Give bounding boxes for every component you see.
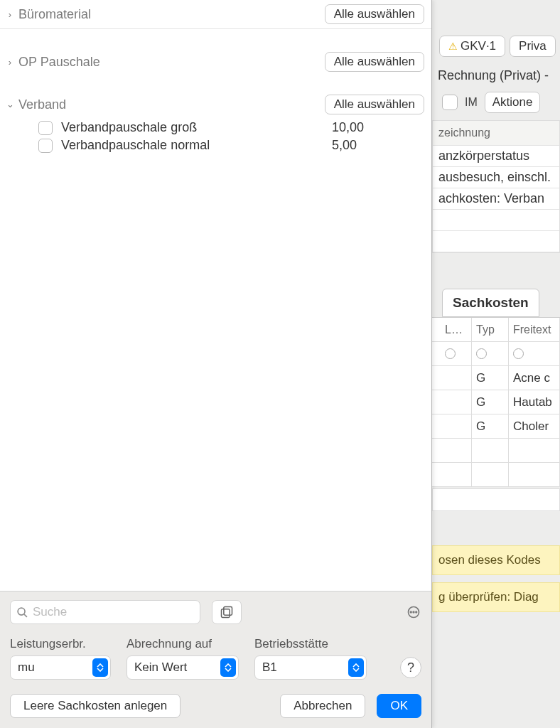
bg-input-line[interactable]	[432, 488, 560, 511]
category-label: OP Pauschale	[18, 55, 325, 70]
warning-icon: ⚠︎	[448, 41, 458, 52]
bg-title: Rechnung (Privat) -	[432, 64, 560, 90]
chevron-right-icon: ›	[4, 9, 16, 20]
svg-point-7	[416, 611, 417, 613]
list-item[interactable]: Verbandpauschale groß 10,00	[0, 119, 431, 136]
leere-sachkosten-button[interactable]: Leere Sachkosten anlegen	[10, 694, 181, 718]
aktionen-button[interactable]: Aktione	[485, 92, 541, 113]
bg-row-blank	[433, 231, 559, 252]
abbrechen-button[interactable]: Abbrechen	[280, 694, 365, 718]
filter-radio[interactable]	[513, 348, 524, 359]
abrechnung-label: Abrechnung auf	[126, 637, 239, 651]
col-freitext-header: Freitext	[509, 318, 560, 342]
betriebs-select[interactable]: B1	[254, 655, 367, 680]
select-arrows-icon	[220, 658, 236, 677]
search-icon	[16, 606, 28, 619]
col-typ-header: Typ	[472, 318, 509, 342]
ellipsis-icon	[406, 605, 421, 619]
select-arrows-icon	[348, 658, 364, 677]
svg-line-1	[24, 614, 27, 616]
select-arrows-icon	[92, 658, 108, 677]
filter-radio[interactable]	[476, 348, 487, 359]
select-all-button[interactable]: Alle auswählen	[325, 52, 424, 72]
chevron-down-icon: ⌄	[4, 99, 16, 109]
select-value: mu	[18, 660, 35, 675]
item-checkbox[interactable]	[38, 139, 53, 153]
item-label: Verbandpauschale normal	[61, 138, 332, 153]
tab-gkv-label: GKV·1	[461, 39, 496, 53]
tab-privat-label: Priva	[519, 39, 546, 53]
im-checkbox[interactable]	[442, 95, 458, 110]
bg-row: achkosten: Verban	[433, 188, 559, 210]
table-cell-freitext: Hautab	[509, 390, 560, 414]
abrechnung-select[interactable]: Kein Wert	[126, 655, 239, 680]
svg-rect-2	[224, 607, 232, 616]
filter-radio[interactable]	[445, 348, 456, 359]
chevron-right-icon: ›	[4, 57, 16, 68]
table-cell-typ: G	[472, 390, 509, 414]
tab-gkv[interactable]: ⚠︎ GKV·1	[439, 36, 505, 57]
category-label: Büromaterial	[18, 7, 325, 22]
search-field[interactable]	[10, 600, 200, 624]
table-cell-freitext: Acne c	[509, 366, 560, 390]
im-label: IM	[465, 96, 478, 109]
bg-row: anzkörperstatus	[433, 146, 559, 167]
table-cell-freitext: Choler	[509, 414, 560, 439]
category-verband[interactable]: ⌄ Verband Alle auswählen	[0, 90, 431, 119]
table-cell-typ: G	[472, 414, 509, 439]
leistungserbr-label: Leistungserbr.	[10, 637, 111, 651]
category-label: Verband	[18, 97, 325, 112]
tab-sachkosten[interactable]: Sachkosten	[442, 289, 539, 317]
search-input[interactable]	[33, 605, 194, 619]
background-window: ⚠︎ GKV·1 Priva Rechnung (Privat) - IM Ak…	[432, 0, 560, 728]
sachkosten-dialog: › Büromaterial Alle auswählen › OP Pausc…	[0, 0, 432, 728]
table-cell-typ: G	[472, 366, 509, 390]
svg-point-0	[18, 608, 25, 615]
bg-table: L… Typ Freitext G Acne c G Hautab G Chol…	[432, 317, 560, 487]
item-price: 5,00	[332, 138, 424, 153]
more-button[interactable]	[406, 604, 421, 620]
select-value: Kein Wert	[134, 660, 187, 675]
bg-row: ausbesuch, einschl.	[433, 167, 559, 188]
betriebs-label: Betriebsstätte	[254, 637, 367, 651]
category-bueromaterial[interactable]: › Büromaterial Alle auswählen	[0, 0, 431, 29]
warning-banner: osen dieses Kodes	[432, 545, 560, 575]
svg-rect-3	[222, 609, 230, 618]
tab-privat[interactable]: Priva	[510, 36, 556, 57]
help-button[interactable]: ?	[400, 657, 421, 678]
stack-icon	[220, 605, 234, 619]
item-price: 10,00	[332, 120, 424, 135]
svg-point-6	[413, 611, 414, 613]
item-label: Verbandpauschale groß	[61, 120, 332, 135]
dialog-footer: Leistungserbr. mu Abrechnung auf Kein We…	[0, 591, 431, 728]
category-op-pauschale[interactable]: › OP Pauschale Alle auswählen	[0, 48, 431, 76]
leistungserbr-select[interactable]: mu	[10, 655, 111, 680]
col-l-header: L…	[441, 318, 472, 342]
select-all-button[interactable]: Alle auswählen	[325, 4, 424, 24]
warning-banner: g überprüfen: Diag	[432, 582, 560, 612]
ok-button[interactable]: OK	[377, 694, 421, 718]
boards-button[interactable]	[212, 600, 242, 624]
select-all-button[interactable]: Alle auswählen	[325, 95, 424, 114]
list-item[interactable]: Verbandpauschale normal 5,00	[0, 136, 431, 154]
item-checkbox[interactable]	[38, 121, 53, 135]
svg-point-5	[410, 611, 411, 613]
select-value: B1	[262, 660, 277, 675]
bg-row-blank	[433, 210, 559, 231]
bg-col-header: zeichnung	[433, 121, 559, 146]
